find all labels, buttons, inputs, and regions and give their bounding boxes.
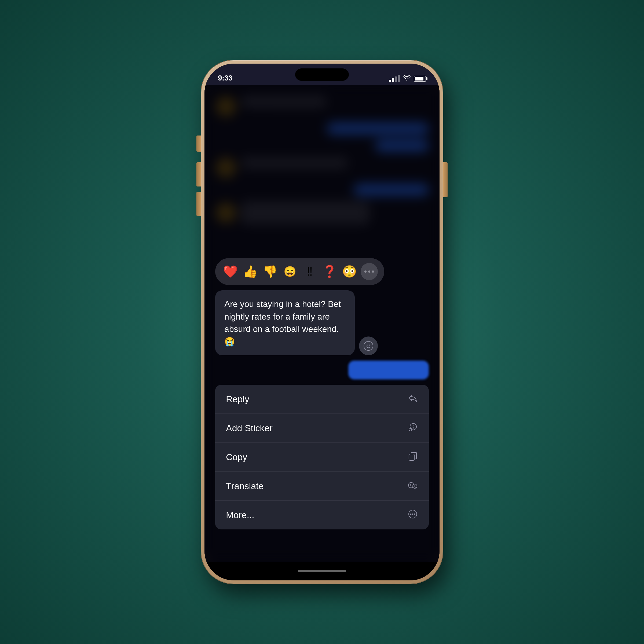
status-time: 9:33	[218, 74, 232, 82]
context-menu: Reply Add Sticker	[215, 385, 429, 529]
message-bubble: Are you staying in a hotel? Bet nightly …	[215, 290, 355, 355]
emoji-thumbs-up[interactable]: 👍	[241, 263, 259, 280]
more-icon	[407, 509, 418, 521]
message-bubble-wrapper: Are you staying in a hotel? Bet nightly …	[215, 290, 429, 355]
context-area: ❤️ 👍 👎 😄 ‼️ ❓ 😳	[204, 258, 440, 562]
svg-rect-9	[409, 454, 414, 460]
menu-item-copy-label: Copy	[226, 452, 247, 462]
emoji-surprised[interactable]: 😳	[341, 263, 358, 280]
svg-point-5	[369, 345, 370, 346]
copy-icon	[407, 451, 418, 463]
emoji-reaction-bar: ❤️ 👍 👎 😄 ‼️ ❓ 😳	[215, 258, 384, 285]
status-icons	[389, 75, 426, 82]
menu-item-sticker-label: Add Sticker	[226, 423, 273, 433]
message-text: Are you staying in a hotel? Bet nightly …	[224, 299, 341, 346]
phone-screen: 9:33	[204, 64, 440, 580]
home-bar	[298, 570, 346, 572]
menu-item-translate-label: Translate	[226, 481, 264, 491]
wifi-icon	[403, 75, 411, 82]
svg-point-15	[410, 514, 412, 515]
menu-item-copy[interactable]: Copy	[215, 443, 429, 472]
svg-point-3	[364, 341, 373, 350]
volume-down-button[interactable]	[196, 192, 201, 216]
volume-up-button[interactable]	[196, 162, 201, 186]
menu-item-translate[interactable]: Translate A 文	[215, 472, 429, 501]
signal-icon	[389, 75, 400, 82]
menu-item-more[interactable]: More...	[215, 501, 429, 529]
mute-button[interactable]	[196, 136, 201, 152]
svg-point-6	[410, 423, 416, 430]
dynamic-island	[295, 68, 349, 81]
chat-background: ❤️ 👍 👎 😄 ‼️ ❓ 😳	[204, 85, 440, 562]
battery-fill	[415, 77, 423, 81]
emoji-heart[interactable]: ❤️	[222, 263, 239, 280]
emoji-more-button[interactable]	[361, 263, 378, 280]
battery-icon	[414, 76, 426, 82]
menu-item-add-sticker[interactable]: Add Sticker	[215, 414, 429, 443]
svg-point-16	[412, 514, 414, 515]
sticker-icon	[407, 422, 418, 434]
svg-point-2	[372, 270, 374, 273]
svg-text:文: 文	[414, 485, 416, 488]
svg-point-4	[367, 345, 368, 346]
reply-icon	[407, 393, 418, 405]
emoji-thumbs-down[interactable]: 👎	[261, 263, 279, 280]
emoji-haha[interactable]: 😄	[281, 263, 298, 280]
menu-item-reply-label: Reply	[226, 394, 249, 404]
translate-icon: A 文	[407, 480, 418, 492]
emoji-question[interactable]: ❓	[321, 263, 338, 280]
phone-frame: 9:33	[201, 60, 443, 584]
home-indicator	[204, 562, 440, 580]
svg-text:A: A	[409, 484, 412, 487]
add-reaction-button[interactable]	[359, 336, 378, 355]
menu-item-more-label: More...	[226, 510, 254, 520]
svg-point-17	[414, 514, 415, 515]
power-button[interactable]	[443, 162, 448, 197]
emoji-exclamation[interactable]: ‼️	[301, 263, 318, 280]
svg-point-0	[364, 270, 367, 273]
screen-content: 9:33	[204, 64, 440, 580]
menu-item-reply[interactable]: Reply	[215, 385, 429, 414]
svg-point-1	[368, 270, 370, 273]
